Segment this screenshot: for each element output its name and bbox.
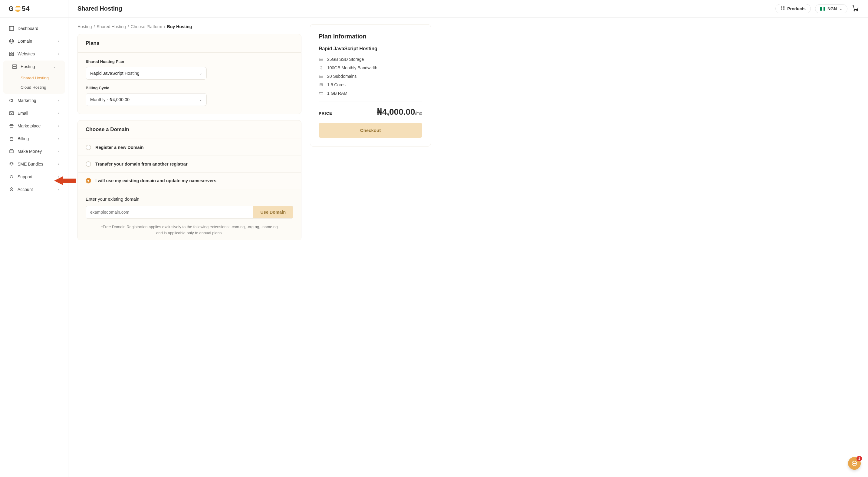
feature-item: 25GB SSD Storage [319, 57, 422, 62]
chevron-right-icon: › [58, 111, 59, 115]
sidebar-item-make-money[interactable]: Make Money › [3, 145, 65, 157]
sidebar-item-label: Marketing [18, 98, 36, 103]
svg-rect-23 [319, 60, 323, 61]
price-label: PRICE [319, 111, 332, 116]
svg-point-20 [857, 10, 858, 11]
bag-icon [9, 136, 14, 141]
svg-rect-26 [320, 84, 322, 86]
use-domain-button[interactable]: Use Domain [253, 206, 293, 219]
feature-item: 20 Subdomains [319, 74, 422, 79]
svg-rect-13 [10, 150, 13, 153]
chevron-down-icon: ⌄ [839, 7, 842, 11]
chevron-down-icon: ⌄ [199, 71, 202, 75]
chevron-right-icon: › [58, 162, 59, 166]
grid-icon [780, 6, 785, 11]
logo-suffix: 54 [22, 5, 30, 13]
domain-option-transfer[interactable]: Transfer your domain from another regist… [78, 156, 301, 172]
sidebar-sub-label: Shared Hosting [21, 76, 49, 80]
svg-rect-11 [9, 112, 13, 115]
sidebar-item-domain[interactable]: Domain › [3, 35, 65, 47]
breadcrumb-item[interactable]: Choose Platform [131, 24, 162, 29]
plans-panel: Plans Shared Hosting Plan Rapid JavaScri… [78, 34, 302, 114]
svg-point-30 [853, 463, 854, 464]
topbar: Shared Hosting Products NGN ⌄ [68, 0, 868, 18]
cart-button[interactable] [851, 4, 859, 13]
sidebar-item-email[interactable]: Email › [3, 107, 65, 119]
chevron-down-icon: ⌄ [53, 64, 56, 69]
layers-icon [9, 162, 14, 166]
svg-rect-16 [783, 6, 784, 8]
chevron-right-icon: › [58, 124, 59, 128]
sidebar-item-label: Billing [18, 136, 29, 141]
plan-select-value: Rapid JavaScript Hosting [90, 71, 140, 76]
feature-text: 1.5 Cores [327, 82, 346, 87]
chevron-right-icon: › [58, 52, 59, 56]
svg-rect-8 [12, 54, 13, 56]
svg-point-32 [855, 463, 856, 464]
envelope-icon [9, 111, 14, 116]
plan-info-panel: Plan Information Rapid JavaScript Hostin… [310, 24, 431, 147]
svg-rect-0 [9, 26, 13, 31]
sidebar-item-marketing[interactable]: Marketing › [3, 94, 65, 106]
bandwidth-icon [319, 65, 323, 70]
svg-rect-27 [320, 84, 322, 85]
headset-icon [9, 174, 14, 179]
chat-fab[interactable]: 1 [848, 457, 861, 470]
sidebar-item-dashboard[interactable]: Dashboard [3, 22, 65, 34]
domain-panel: Choose a Domain Register a new Domain Tr… [78, 120, 302, 240]
breadcrumb-item[interactable]: Hosting [78, 24, 92, 29]
svg-rect-7 [9, 54, 11, 56]
logo[interactable]: G 54 [0, 0, 68, 18]
svg-rect-18 [783, 8, 784, 10]
plan-select-label: Shared Hosting Plan [86, 59, 293, 64]
store-icon [9, 124, 14, 128]
breadcrumb-item[interactable]: Shared Hosting [97, 24, 126, 29]
sidebar-item-billing[interactable]: Billing › [3, 133, 65, 145]
radio-label: Register a new Domain [95, 145, 144, 150]
cycle-select[interactable]: Monthly - ₦4,000.00 ⌄ [86, 93, 207, 106]
radio-icon [86, 145, 91, 150]
checkout-button[interactable]: Checkout [319, 123, 422, 138]
currency-selector[interactable]: NGN ⌄ [815, 4, 847, 13]
sidebar-group-hosting: Hosting ⌄ Shared Hosting Cloud Hosting [3, 61, 65, 94]
sidebar-item-label: Email [18, 111, 28, 116]
sidebar-sub-cloud-hosting[interactable]: Cloud Hosting [6, 83, 62, 92]
cycle-select-label: Billing Cycle [86, 86, 293, 90]
sidebar-item-websites[interactable]: Websites › [3, 48, 65, 60]
sidebar-item-label: Websites [18, 52, 35, 56]
feature-text: 1 GB RAM [327, 91, 347, 96]
svg-rect-6 [12, 52, 13, 54]
dashboard-icon [9, 26, 14, 31]
existing-domain-input[interactable] [86, 206, 253, 219]
sidebar-item-hosting[interactable]: Hosting ⌄ [6, 61, 62, 73]
domain-option-existing[interactable]: I will use my existing domain and update… [78, 172, 301, 189]
annotation-arrow-icon [54, 174, 76, 187]
domain-title: Choose a Domain [78, 121, 301, 139]
wallet-icon [9, 149, 14, 154]
chevron-right-icon: › [58, 149, 59, 154]
sidebar-item-label: Make Money [18, 149, 42, 154]
subdomains-icon [319, 74, 323, 79]
plan-select[interactable]: Rapid JavaScript Hosting ⌄ [86, 67, 207, 80]
divider [319, 101, 422, 101]
radio-icon-checked [86, 178, 91, 183]
svg-rect-9 [12, 65, 17, 66]
cores-icon [319, 82, 323, 87]
chevron-right-icon: › [58, 39, 59, 43]
info-plan-name: Rapid JavaScript Hosting [319, 46, 422, 52]
svg-rect-22 [319, 58, 323, 59]
svg-marker-21 [54, 176, 76, 185]
svg-point-31 [854, 463, 855, 464]
radio-label: I will use my existing domain and update… [95, 178, 216, 183]
products-label: Products [787, 6, 806, 11]
breadcrumbs: Hosting / Shared Hosting / Choose Platfo… [78, 24, 302, 29]
sidebar-item-sme-bundles[interactable]: SME Bundles › [3, 158, 65, 170]
storage-icon [319, 57, 323, 62]
domain-option-register[interactable]: Register a new Domain [78, 139, 301, 156]
sidebar-sub-shared-hosting[interactable]: Shared Hosting [6, 73, 62, 83]
sidebar-item-marketplace[interactable]: Marketplace › [3, 120, 65, 132]
svg-rect-15 [781, 6, 782, 8]
svg-rect-5 [9, 52, 11, 54]
sidebar-item-label: Dashboard [18, 26, 38, 31]
products-button[interactable]: Products [775, 4, 811, 13]
